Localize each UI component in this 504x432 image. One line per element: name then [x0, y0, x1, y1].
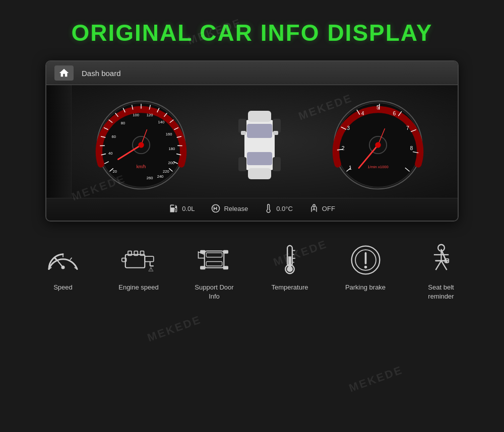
temperature-icon	[277, 243, 302, 277]
feature-seatbelt: Seat belt reminder	[416, 242, 466, 301]
left-sidebar	[46, 85, 72, 198]
svg-text:3: 3	[347, 125, 350, 131]
svg-rect-93	[145, 256, 154, 262]
feature-speed: Speed	[38, 242, 88, 292]
svg-text:260: 260	[146, 176, 153, 180]
svg-rect-45	[248, 168, 271, 179]
svg-text:8: 8	[410, 146, 413, 151]
temp-indicator: 0.0°C	[264, 203, 293, 213]
svg-text:100: 100	[133, 113, 139, 117]
svg-line-119	[435, 261, 441, 270]
svg-text:km/h: km/h	[136, 164, 146, 169]
screen-footer: 0.0L Release 0.0°C	[46, 198, 458, 221]
svg-text:2: 2	[342, 146, 345, 151]
seatbelt-value: OFF	[322, 205, 335, 212]
parkingbrake-icon	[211, 203, 221, 213]
fuel-icon	[169, 203, 179, 213]
svg-rect-46	[238, 119, 246, 133]
svg-point-107	[287, 266, 293, 272]
svg-rect-43	[247, 152, 272, 165]
svg-text:240: 240	[157, 174, 163, 179]
svg-text:200: 200	[168, 161, 174, 165]
svg-text:140: 140	[158, 120, 164, 124]
watermark-5: MEKEDE	[146, 313, 203, 345]
engine-icon: ⚠	[121, 245, 156, 275]
speed-label: Speed	[53, 283, 73, 292]
svg-rect-106	[288, 256, 291, 267]
seatbelt-reminder-icon	[427, 243, 455, 277]
speedometer-gauge: 20 40 60 80 100 120 140 160 180	[93, 97, 189, 193]
parking-icon	[349, 244, 382, 276]
svg-rect-48	[238, 157, 246, 171]
svg-point-74	[375, 142, 381, 148]
svg-text:20: 20	[112, 169, 116, 174]
screen-header-title: Dash board	[82, 69, 121, 78]
tachometer-gauge: 1 2 3 4 5 6 7 8	[330, 97, 426, 193]
door-icon	[197, 245, 232, 275]
svg-text:60: 60	[111, 134, 115, 139]
car-svg	[237, 105, 282, 185]
watermark-6: MEKEDE	[347, 364, 405, 395]
svg-text:1/min x1000: 1/min x1000	[368, 165, 389, 169]
svg-rect-97	[205, 251, 224, 268]
engine-label: Engine speed	[118, 283, 159, 292]
svg-text:6: 6	[393, 111, 396, 116]
main-title: ORIGINAL CAR INFO DISPLAY	[0, 19, 504, 46]
svg-rect-103	[223, 266, 229, 269]
seatbelt-icon	[309, 203, 319, 213]
svg-rect-44	[248, 111, 271, 122]
svg-text:7: 7	[406, 125, 409, 131]
speedometer-svg: 20 40 60 80 100 120 140 160 180	[93, 97, 189, 193]
svg-rect-102	[200, 266, 206, 269]
engine-icon-wrapper: ⚠	[120, 242, 157, 278]
svg-point-80	[313, 204, 315, 206]
svg-point-87	[61, 265, 65, 269]
seatbelt-indicator: OFF	[309, 203, 335, 213]
svg-text:80: 80	[120, 121, 124, 125]
svg-rect-49	[273, 157, 281, 171]
svg-text:⚠: ⚠	[148, 266, 154, 273]
svg-rect-51	[273, 131, 278, 135]
parking-icon-wrapper	[347, 242, 384, 278]
features-section: Speed ⚠ Engine speed	[0, 227, 504, 311]
title-section: ORIGINAL CAR INFO DISPLAY	[0, 0, 504, 60]
svg-text:4: 4	[361, 111, 364, 116]
fuel-indicator: 0.0L	[169, 203, 195, 213]
door-label: Support Door Info	[189, 283, 239, 301]
speed-icon	[45, 246, 81, 274]
svg-line-85	[70, 257, 72, 259]
svg-text:180: 180	[168, 147, 175, 151]
home-button[interactable]	[54, 65, 74, 81]
svg-rect-88	[125, 255, 145, 268]
parking-label: Parking brake	[345, 283, 386, 292]
svg-rect-98	[206, 253, 222, 257]
svg-point-115	[364, 265, 367, 268]
screen-body: 20 40 60 80 100 120 140 160 180	[46, 85, 458, 198]
parkingbrake-indicator: Release	[211, 203, 248, 213]
speed-icon-wrapper	[45, 242, 81, 278]
svg-rect-50	[241, 131, 246, 135]
svg-text:120: 120	[146, 113, 153, 117]
temp-icon	[264, 203, 273, 213]
home-icon	[58, 67, 70, 79]
car-top-view	[232, 105, 287, 185]
feature-temperature: Temperature	[265, 242, 315, 292]
feature-door: Support Door Info	[189, 242, 239, 301]
svg-text:40: 40	[108, 151, 112, 156]
tachometer-svg: 1 2 3 4 5 6 7 8	[330, 97, 426, 193]
svg-text:160: 160	[165, 132, 172, 136]
feature-engine: ⚠ Engine speed	[113, 242, 164, 292]
seatbelt-label: Seat belt reminder	[416, 283, 466, 301]
door-icon-wrapper	[196, 242, 232, 278]
temperature-icon-wrapper	[272, 242, 308, 278]
svg-text:220: 220	[163, 169, 169, 174]
parkingbrake-value: Release	[224, 205, 248, 212]
seatbelt-icon-wrapper	[423, 242, 459, 278]
svg-rect-100	[200, 250, 206, 254]
dashboard-screen: Dash board 20 40 60	[45, 60, 459, 222]
feature-parking: Parking brake	[340, 242, 391, 292]
svg-point-39	[138, 142, 144, 148]
svg-rect-47	[273, 119, 281, 133]
temp-value: 0.0°C	[276, 205, 293, 212]
svg-rect-42	[247, 124, 272, 138]
